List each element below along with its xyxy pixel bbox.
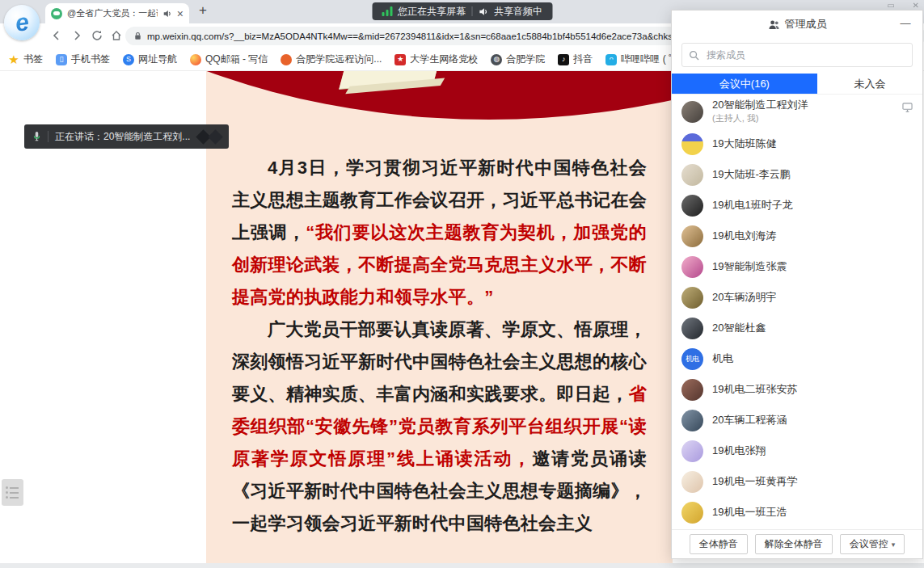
- article-paragraph-1: 4月3日，学习贯彻习近平新时代中国特色社会主义思想主题教育工作会议召开，习近平总…: [232, 152, 647, 313]
- member-row[interactable]: 20车辆工程蒋涵: [672, 405, 922, 435]
- member-row[interactable]: 19智能制造张震: [672, 251, 922, 282]
- member-row[interactable]: 20智能杜鑫: [672, 313, 922, 343]
- mute-all-button[interactable]: 全体静音: [690, 534, 748, 554]
- panel-minimize-button[interactable]: —: [897, 14, 914, 32]
- member-name: 19机电二班张安苏: [712, 382, 797, 397]
- avatar: [681, 256, 703, 278]
- avatar: [681, 410, 703, 431]
- screen-share-icon: [902, 101, 913, 116]
- bookmark-shuqian[interactable]: ★书签: [8, 53, 43, 66]
- speaking-toast-text: 正在讲话：20智能制造工程刘...: [55, 130, 190, 144]
- member-row[interactable]: 19机电一班王浩: [672, 497, 922, 528]
- phone-icon: ▯: [56, 54, 67, 65]
- star-icon: ★: [8, 54, 19, 65]
- avatar: [681, 133, 703, 155]
- wechat-article-favicon: [51, 8, 62, 19]
- panel-header: 管理成员 —: [672, 11, 922, 38]
- party-school-icon: ★: [394, 54, 406, 65]
- bookmark-party-school[interactable]: ★大学生网络党校: [394, 53, 478, 66]
- member-role: (主持人, 我): [712, 112, 808, 124]
- member-name: 19机电1班时子龙: [712, 198, 793, 212]
- member-name: 20智能杜鑫: [712, 321, 766, 335]
- speaking-toast: 正在讲话：20智能制造工程刘...: [24, 124, 229, 149]
- member-search: [681, 43, 913, 67]
- member-name: 19机电刘海涛: [712, 229, 776, 243]
- share-audio-text: 共享音频中: [494, 5, 542, 19]
- tab-audio-icon[interactable]: [162, 9, 172, 19]
- screen-share-banner: 您正在共享屏幕 共享音频中: [372, 2, 552, 20]
- member-name: 19大陆班-李云鹏: [712, 167, 791, 182]
- member-row[interactable]: 19机电1班时子龙: [672, 190, 922, 221]
- avatar: [681, 502, 703, 524]
- member-name: 20车辆汤明宇: [712, 290, 776, 305]
- member-row[interactable]: 19大陆班陈健: [672, 128, 922, 159]
- meeting-control-button[interactable]: 会议管控 ▾: [840, 534, 905, 554]
- reload-icon[interactable]: [91, 29, 103, 42]
- window-restore-icon[interactable]: ▭: [887, 1, 894, 10]
- member-row[interactable]: 19大陆班-李云鹏: [672, 159, 922, 190]
- article-text: 4月3日，学习贯彻习近平新时代中国特色社会主义思想主题教育工作会议召开，习近平总…: [232, 152, 647, 540]
- member-name: 机电: [712, 351, 733, 366]
- avatar: 机电: [681, 348, 703, 370]
- search-input[interactable]: [681, 43, 913, 67]
- tab-title: @全省广大党员：一起读原著: [67, 7, 158, 19]
- avatar: [681, 379, 703, 401]
- member-name: 19机电一班黄再学: [712, 474, 797, 489]
- forward-icon[interactable]: [70, 29, 83, 42]
- browser-logo-icon[interactable]: e: [4, 5, 40, 40]
- bookmark-douyin[interactable]: ♪抖音: [558, 53, 593, 66]
- bookmark-hfu[interactable]: ◍合肥学院: [491, 53, 545, 66]
- nav-icon: S: [123, 54, 134, 65]
- browser-tab[interactable]: @全省广大党员：一起读原著 ×: [45, 3, 189, 23]
- member-name: 19大陆班陈健: [712, 137, 776, 151]
- avatar: [681, 287, 703, 309]
- avatar: [681, 440, 703, 462]
- unmute-all-button[interactable]: 解除全体静音: [755, 534, 833, 554]
- avatar: [681, 195, 703, 217]
- divider: [48, 131, 49, 142]
- bookmark-nav[interactable]: S网址导航: [123, 53, 177, 66]
- back-icon[interactable]: [50, 29, 63, 42]
- member-row[interactable]: 19机电二班张安苏: [672, 374, 922, 405]
- chevron-down-icon: ▾: [892, 541, 896, 549]
- decor-diamond: [209, 129, 223, 144]
- floating-list-widget[interactable]: [2, 479, 23, 506]
- member-row[interactable]: 19机电张翔: [672, 435, 922, 466]
- tab-close-icon[interactable]: ×: [177, 8, 184, 19]
- avatar: [681, 471, 703, 493]
- new-tab-button[interactable]: +: [199, 2, 207, 19]
- tab-in-meeting[interactable]: 会议中(16): [672, 74, 817, 94]
- avatar: [681, 318, 703, 339]
- tab-not-joined[interactable]: 未入会: [817, 74, 922, 94]
- article-paragraph-2: 广大党员干部要认真读原著、学原文、悟原理，深刻领悟习近平新时代中国特色社会主义思…: [232, 313, 647, 540]
- member-list[interactable]: 20智能制造工程刘洋 (主持人, 我) 19大陆班陈健 19大陆班-李云鹏 19…: [672, 95, 922, 529]
- bookmark-hfu-remote[interactable]: 合肥学院远程访问...: [281, 53, 382, 66]
- audio-speaker-icon: [478, 6, 488, 17]
- panel-footer: 全体静音 解除全体静音 会议管控 ▾: [672, 529, 922, 558]
- microphone-icon: [32, 131, 41, 142]
- search-icon: [689, 49, 699, 64]
- member-row-host[interactable]: 20智能制造工程刘洋 (主持人, 我): [672, 95, 922, 128]
- member-row[interactable]: 机电机电: [672, 343, 922, 374]
- hfu-remote-icon: [281, 54, 292, 65]
- lock-icon: [133, 32, 142, 40]
- member-name: 20智能制造工程刘洋: [712, 99, 808, 112]
- globe-icon: ◍: [491, 54, 502, 65]
- member-row[interactable]: 19机电刘海涛: [672, 221, 922, 251]
- avatar: [681, 164, 703, 186]
- bookmark-qqmail[interactable]: QQ邮箱 - 写信: [190, 53, 268, 66]
- bilibili-icon: ᴖ: [605, 54, 617, 65]
- member-name: 19智能制造张震: [712, 259, 787, 274]
- member-name: 19机电张翔: [712, 444, 766, 458]
- members-icon: [768, 19, 780, 30]
- member-row[interactable]: 20车辆汤明宇: [672, 282, 922, 313]
- member-name: 19机电一班王浩: [712, 505, 787, 520]
- bookmark-mobile[interactable]: ▯手机书签: [56, 53, 110, 66]
- signal-bars-icon: [382, 6, 392, 16]
- avatar: [681, 225, 703, 247]
- panel-tabs: 会议中(16) 未入会: [672, 74, 922, 95]
- share-banner-text: 您正在共享屏幕: [398, 5, 466, 19]
- window-close-icon[interactable]: ✕: [913, 1, 919, 10]
- member-row[interactable]: 19机电一班黄再学: [672, 466, 922, 497]
- home-icon[interactable]: [110, 29, 123, 42]
